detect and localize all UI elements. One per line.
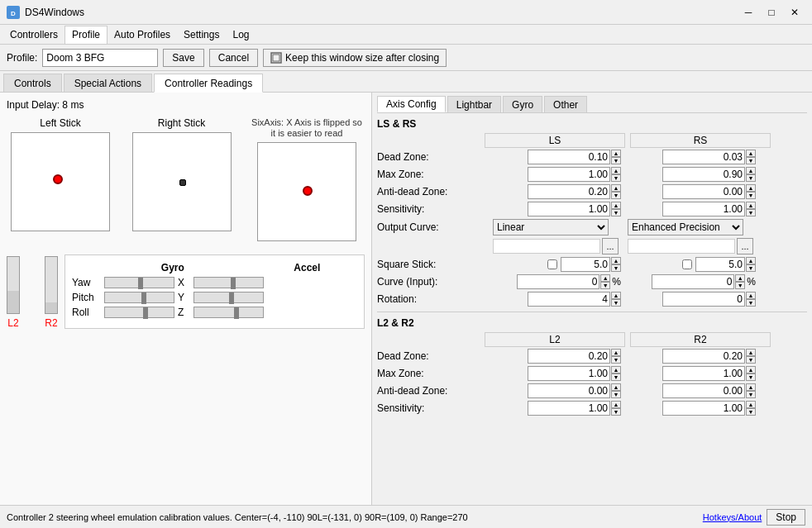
l2-dead-zone-up[interactable]: ▲ [611, 349, 621, 356]
ls-anti-dead-zone-down[interactable]: ▼ [611, 192, 621, 199]
l2-sensitivity-down[interactable]: ▼ [611, 408, 621, 416]
menu-item-profile[interactable]: Profile [64, 26, 107, 44]
ls-rotation-input[interactable] [528, 292, 610, 307]
r2-anti-dead-zone-input[interactable] [662, 383, 745, 398]
r2-dead-zone-down[interactable]: ▼ [746, 356, 756, 364]
right-tab-gyro[interactable]: Gyro [503, 96, 542, 112]
ls-max-zone-input[interactable] [528, 167, 610, 182]
rs-curve-input-field[interactable] [652, 274, 734, 289]
tab-controller-readings[interactable]: Controller Readings [154, 74, 263, 93]
l2-dead-zone-down[interactable]: ▼ [611, 356, 621, 364]
rs-max-zone-down[interactable]: ▼ [746, 174, 756, 182]
ls-rotation-up[interactable]: ▲ [611, 292, 621, 299]
right-tab-lightbar[interactable]: Lightbar [447, 96, 501, 112]
input-delay: Input Delay: 8 ms [7, 99, 365, 111]
ls-dead-zone-input[interactable] [528, 150, 610, 164]
rs-rotation-down[interactable]: ▼ [746, 299, 756, 307]
rs-sensitivity-input[interactable] [662, 202, 745, 216]
l2-anti-dead-zone-input[interactable] [528, 383, 610, 398]
l2-max-zone-up[interactable]: ▲ [611, 366, 621, 373]
rs-dead-zone-down[interactable]: ▼ [746, 157, 756, 164]
rs-sensitivity-up[interactable]: ▲ [746, 202, 756, 209]
left-stick-dot [53, 174, 63, 184]
ls-curve-input-field[interactable] [517, 274, 599, 289]
rs-square-stick-down[interactable]: ▼ [746, 264, 756, 272]
ls-sensitivity-input[interactable] [528, 202, 610, 216]
rs-anti-dead-zone-down[interactable]: ▼ [746, 192, 756, 199]
l2-sensitivity-up[interactable]: ▲ [611, 401, 621, 408]
profile-name-input[interactable] [42, 49, 158, 67]
keep-size-button[interactable]: Keep this window size after closing [263, 49, 447, 67]
rs-dead-zone-up[interactable]: ▲ [746, 150, 756, 157]
rs-max-zone-up[interactable]: ▲ [746, 167, 756, 174]
rs-curve-edit-button[interactable]: ... [737, 238, 753, 254]
rs-anti-dead-zone-input[interactable] [662, 184, 745, 199]
left-stick-box [11, 132, 110, 231]
ls-anti-dead-zone-up[interactable]: ▲ [611, 184, 621, 192]
r2-sensitivity-input[interactable] [662, 401, 745, 416]
ls-square-stick-up[interactable]: ▲ [611, 257, 621, 264]
ls-max-zone-up[interactable]: ▲ [611, 167, 621, 174]
maximize-button[interactable]: □ [761, 3, 782, 21]
l2-anti-dead-zone-up[interactable]: ▲ [611, 383, 621, 391]
rs-square-stick-checkbox[interactable] [682, 259, 692, 269]
rs-max-zone-input[interactable] [662, 167, 745, 182]
r2-anti-dead-zone-down[interactable]: ▼ [746, 391, 756, 398]
l2-sensitivity-input[interactable] [528, 401, 610, 416]
close-button[interactable]: ✕ [784, 3, 805, 21]
right-tab-axis-config[interactable]: Axis Config [377, 96, 446, 112]
menu-item-settings[interactable]: Settings [177, 26, 226, 44]
rs-square-stick-up[interactable]: ▲ [746, 257, 756, 264]
ls-square-stick-input[interactable] [561, 257, 610, 272]
menu-item-auto-profiles[interactable]: Auto Profiles [107, 26, 177, 44]
r2-sensitivity-down[interactable]: ▼ [746, 408, 756, 416]
ls-square-stick-down[interactable]: ▼ [611, 264, 621, 272]
ls-sensitivity-down[interactable]: ▼ [611, 209, 621, 216]
main-tabs: Controls Special Actions Controller Read… [0, 71, 812, 93]
ls-curve-input-up[interactable]: ▲ [600, 274, 610, 282]
rs-rotation-input[interactable] [662, 292, 745, 307]
minimize-button[interactable]: ─ [738, 3, 759, 21]
right-tab-other[interactable]: Other [544, 96, 587, 112]
r2-max-zone-down[interactable]: ▼ [746, 373, 756, 381]
rs-sensitivity-down[interactable]: ▼ [746, 209, 756, 216]
ls-curve-edit-button[interactable]: ... [602, 238, 619, 254]
tab-controls[interactable]: Controls [3, 74, 62, 92]
cancel-button[interactable]: Cancel [209, 49, 258, 67]
l2-anti-dead-zone-down[interactable]: ▼ [611, 391, 621, 398]
square-stick-label: Square Stick: [377, 259, 493, 270]
l2-dead-zone-input[interactable] [528, 349, 610, 364]
ls-anti-dead-zone-input[interactable] [528, 184, 610, 199]
r2-max-zone-up[interactable]: ▲ [746, 366, 756, 373]
r2-max-zone-input[interactable] [662, 366, 745, 381]
l2-max-zone-input[interactable] [528, 366, 610, 381]
menu-item-controllers[interactable]: Controllers [3, 26, 64, 44]
r2-track [45, 256, 58, 314]
stop-button[interactable]: Stop [767, 509, 805, 526]
l2-max-zone-down[interactable]: ▼ [611, 373, 621, 381]
r2-dead-zone-input[interactable] [662, 349, 745, 364]
r2-anti-dead-zone-up[interactable]: ▲ [746, 383, 756, 391]
ls-sensitivity-up[interactable]: ▲ [611, 202, 621, 209]
rs-curve-input-down[interactable]: ▼ [735, 282, 745, 289]
menu-item-log[interactable]: Log [226, 26, 256, 44]
rs-output-curve-select[interactable]: Linear Enhanced Precision Quadratic Cubi… [628, 219, 743, 235]
save-button[interactable]: Save [163, 49, 203, 67]
ls-output-curve-select[interactable]: Linear Enhanced Precision Quadratic Cubi… [493, 219, 609, 235]
l2-col-header: L2 [485, 332, 625, 347]
ls-square-stick-checkbox[interactable] [547, 259, 557, 269]
r2-sensitivity-up[interactable]: ▲ [746, 401, 756, 408]
ls-dead-zone-down[interactable]: ▼ [611, 157, 621, 164]
ls-dead-zone-up[interactable]: ▲ [611, 150, 621, 157]
rs-rotation-up[interactable]: ▲ [746, 292, 756, 299]
rs-square-stick-input[interactable] [695, 257, 745, 272]
rs-dead-zone-input[interactable] [662, 150, 745, 164]
ls-rotation-down[interactable]: ▼ [611, 299, 621, 307]
ls-curve-input-down[interactable]: ▼ [600, 282, 610, 289]
rs-anti-dead-zone-up[interactable]: ▲ [746, 184, 756, 192]
hotkeys-link[interactable]: Hotkeys/About [703, 512, 762, 522]
ls-max-zone-down[interactable]: ▼ [611, 174, 621, 182]
tab-special-actions[interactable]: Special Actions [64, 74, 152, 92]
r2-dead-zone-up[interactable]: ▲ [746, 349, 756, 356]
rs-curve-input-up[interactable]: ▲ [735, 274, 745, 282]
